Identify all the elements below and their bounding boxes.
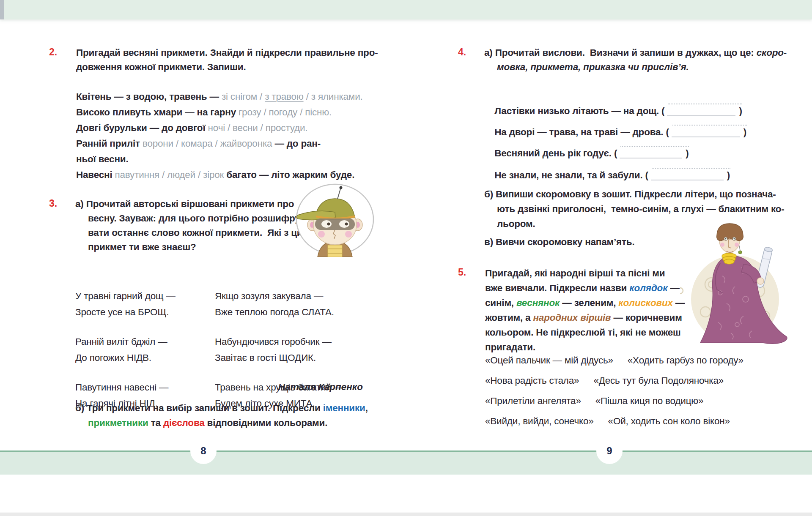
folk-verses-keyword: народних віршів	[533, 312, 611, 323]
verb-keyword: дієслова	[163, 418, 205, 428]
exercise-2-instruction: Пригадай весняні прикмети. Знайди й підк…	[76, 46, 378, 74]
footer-band	[0, 450, 812, 475]
exercise-2-items: Квітень — з водою, травень — зі снігом /…	[76, 89, 363, 183]
omens-line: ньої весни.	[76, 151, 363, 167]
exercise-3-number: 3.	[49, 198, 57, 209]
scan-edge-artifact	[0, 0, 4, 19]
underlined-answer: з травою	[265, 91, 303, 102]
noun-keyword: іменники	[323, 403, 365, 413]
exercise-4-number: 4.	[458, 46, 466, 58]
song-title-row: «Оцей пальчик — мій дідусь» «Ходить гарб…	[485, 355, 743, 366]
page-number-right: 9	[596, 438, 623, 464]
spring-songs-keyword: веснянок	[516, 298, 560, 308]
exercise-4a-instruction: а) Прочитай вислови. Визначи й запиши в …	[484, 46, 787, 74]
exercise-4v-instruction: в) Вивчи скоромовку напам’ять.	[484, 235, 634, 249]
song-title: «Нова радість стала»	[485, 375, 579, 386]
spy-boy-illustration	[293, 182, 377, 257]
omens-line: Довгі бурульки — до довгої ночі / весни …	[76, 120, 363, 136]
song-title: «Десь тут була Подоляночка»	[593, 375, 724, 386]
answer-blank[interactable]	[651, 169, 724, 180]
lullabies-keyword: колискових	[618, 298, 672, 308]
omens-line: Ранній приліт ворони / комара / жайворон…	[76, 136, 363, 151]
exercise-2-number: 2.	[49, 46, 57, 58]
omens-line: Квітень — з водою, травень — зі снігом /…	[76, 89, 363, 104]
page-number-left: 8	[190, 438, 217, 464]
song-title: «Ходить гарбуз по городу»	[628, 355, 743, 366]
song-title-row: «Вийди, вийди, сонечко» «Ой, ходить сон …	[485, 416, 730, 427]
storyteller-woman-illustration	[680, 217, 795, 349]
answer-blank[interactable]	[667, 105, 735, 116]
omens-line: Навесні павутиння / людей / зірок багато…	[76, 167, 363, 183]
carols-keyword: колядок	[629, 283, 667, 293]
exercise-3b-instruction: б) Три прикмети на вибір запиши в зошит.…	[75, 401, 368, 430]
omens-line: Високо пливуть хмари — на гарну грозу / …	[76, 104, 363, 120]
scan-bottom-strip	[0, 513, 812, 516]
poem-author: Наталя Карпенко	[194, 382, 363, 393]
answer-blank[interactable]	[672, 126, 740, 137]
header-band	[0, 0, 812, 19]
song-title: «Оцей пальчик — мій дідусь»	[485, 355, 613, 366]
exercise-5-instruction: Пригадай, які народні вірші та пісні ми …	[485, 266, 685, 355]
answer-blank[interactable]	[620, 147, 682, 158]
song-title: «Пішла киця по водицю»	[595, 396, 704, 407]
adjective-keyword: прикметники	[88, 418, 148, 428]
song-title: «Ой, ходить сон коло вікон»	[608, 416, 730, 427]
song-title-row: «Прилетіли ангелята» «Пішла киця по води…	[485, 396, 703, 407]
exercise-5-number: 5.	[458, 267, 466, 278]
workbook-spread: 2. Пригадай весняні прикмети. Знайди й п…	[0, 0, 812, 516]
song-title: «Прилетіли ангелята»	[485, 396, 581, 407]
song-title-row: «Нова радість стала» «Десь тут була Подо…	[485, 375, 724, 386]
exercise-3a-instruction: а) Прочитай авторські віршовані прикмети…	[75, 197, 308, 254]
song-title: «Вийди, вийди, сонечко»	[485, 416, 594, 427]
